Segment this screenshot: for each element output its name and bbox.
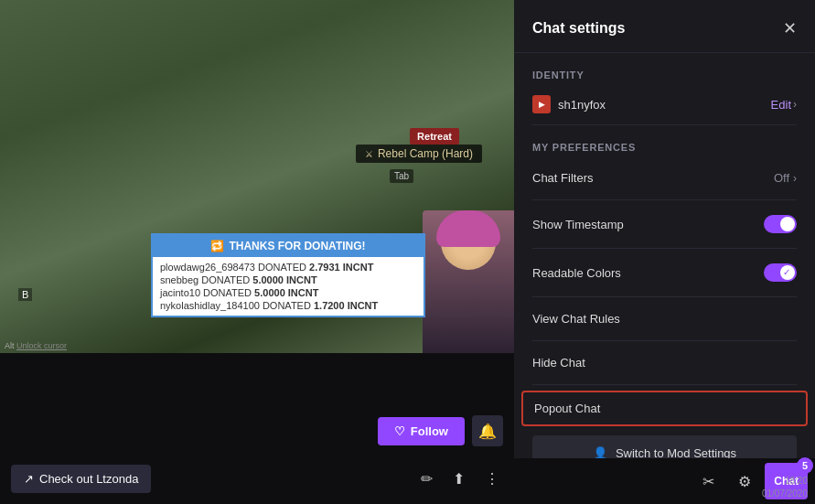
follow-button[interactable]: ♡ Follow <box>378 417 465 445</box>
donation-row: snebbeg DONATED 5.0000 INCNT <box>160 273 416 286</box>
share-icon: ⬆ <box>453 471 465 487</box>
chat-filters-row[interactable]: Chat Filters Off › <box>532 162 797 194</box>
more-options-button[interactable]: ⋮ <box>481 466 503 491</box>
rebel-camp-label: Rebel Camp (Hard) <box>356 145 482 163</box>
stream-area: Retreat Rebel Camp (Hard) Tab B 🔁 THANKS… <box>0 0 514 504</box>
toggle-knob <box>780 217 795 231</box>
heart-icon: ♡ <box>394 424 405 438</box>
identity-section-label: IDENTITY <box>532 70 797 80</box>
donation-row: plowdawg26_698473 DONATED 2.7931 INCNT <box>160 261 416 273</box>
toggle-knob <box>780 265 795 280</box>
divider <box>532 124 797 125</box>
donation-row: nykolashidlay_184100 DONATED 1.7200 INCN… <box>160 299 416 312</box>
clip-icon: ✂ <box>702 473 714 490</box>
racer-character <box>423 210 514 357</box>
share-button[interactable]: ⬆ <box>449 466 468 491</box>
more-icon: ⋮ <box>485 471 499 487</box>
show-timestamp-label: Show Timestamp <box>532 218 624 231</box>
readable-colors-label: Readable Colors <box>532 266 621 280</box>
chat-filters-value: Off › <box>774 171 797 185</box>
chat-settings-title: Chat settings <box>532 20 625 37</box>
alt-text: Alt Unlock cursor <box>5 341 67 350</box>
chevron-right-icon: › <box>793 172 797 185</box>
divider <box>532 384 797 385</box>
divider <box>532 199 797 200</box>
edit-link[interactable]: Edit › <box>771 98 797 112</box>
close-button[interactable]: ✕ <box>783 18 797 38</box>
checkout-button[interactable]: ↗ Check out Ltzonda <box>11 465 151 493</box>
retreat-banner: Retreat <box>410 128 459 145</box>
divider <box>532 340 797 341</box>
hide-chat-row[interactable]: Hide Chat <box>532 347 797 379</box>
readable-colors-row[interactable]: Readable Colors <box>532 254 797 291</box>
bell-icon: 🔔 <box>478 423 497 440</box>
show-timestamp-row[interactable]: Show Timestamp <box>532 206 797 242</box>
chat-settings-panel: Chat settings ✕ IDENTITY ▶ sh1nyfox Edit… <box>514 0 815 504</box>
stream-bottom: ♡ Follow 🔔 ↗ Check out Ltzonda ✏ ⬆ ⋮ <box>0 353 514 504</box>
checkout-bar: ↗ Check out Ltzonda ✏ ⬆ ⋮ <box>0 457 514 499</box>
donation-rows: plowdawg26_698473 DONATED 2.7931 INCNT s… <box>153 257 424 316</box>
checkout-icons: ✏ ⬆ ⋮ <box>417 466 503 491</box>
gear-icon: ⚙ <box>738 473 751 490</box>
tab-label: Tab <box>390 169 413 183</box>
view-chat-rules-row[interactable]: View Chat Rules <box>532 303 797 335</box>
hide-chat-label: Hide Chat <box>532 356 797 370</box>
b-marker: B <box>18 288 32 301</box>
readable-colors-toggle[interactable] <box>764 263 797 282</box>
pencil-icon: ✏ <box>421 471 433 487</box>
divider <box>532 296 797 297</box>
identity-row: ▶ sh1nyfox Edit › <box>532 90 797 119</box>
settings-content: IDENTITY ▶ sh1nyfox Edit › MY PREFERENCE… <box>514 53 815 504</box>
identity-left: ▶ sh1nyfox <box>532 95 606 113</box>
popout-chat-row[interactable]: Popout Chat <box>521 391 808 426</box>
pencil-button[interactable]: ✏ <box>417 466 436 491</box>
user-avatar: ▶ <box>532 95 551 113</box>
view-chat-rules-label: View Chat Rules <box>532 312 797 326</box>
time-display: 18:20 01/07/2020 <box>755 471 815 504</box>
chat-settings-header: Chat settings ✕ <box>514 0 815 53</box>
preferences-section-label: MY PREFERENCES <box>532 142 797 153</box>
divider <box>532 248 797 249</box>
donation-box: 🔁 THANKS FOR DONATING! plowdawg26_698473… <box>151 233 425 317</box>
popout-chat-label: Popout Chat <box>534 402 795 415</box>
stream-bottom-bar: ♡ Follow 🔔 <box>0 408 514 454</box>
donation-header: 🔁 THANKS FOR DONATING! <box>153 235 424 257</box>
chat-filters-label: Chat Filters <box>532 171 593 185</box>
clip-button[interactable]: ✂ <box>692 465 724 498</box>
show-timestamp-toggle[interactable] <box>764 215 797 233</box>
arrow-icon: ↗ <box>24 472 34 486</box>
username-label: sh1nyfox <box>558 98 606 112</box>
notifications-button[interactable]: 🔔 <box>472 415 503 446</box>
chevron-icon: › <box>793 98 797 111</box>
racer-helmet <box>436 210 500 247</box>
donation-row: jacinto10 DONATED 5.0000 INCNT <box>160 286 416 299</box>
